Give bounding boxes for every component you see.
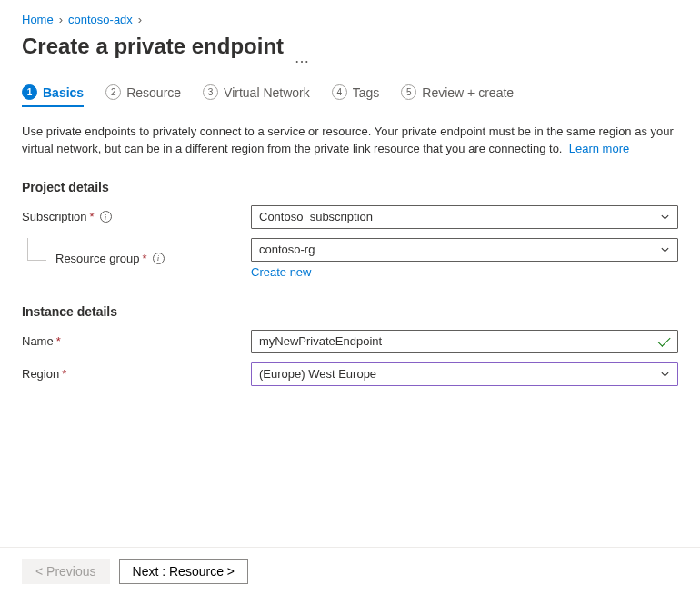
learn-more-link[interactable]: Learn more bbox=[569, 142, 629, 155]
wizard-footer: < Previous Next : Resource > bbox=[0, 547, 700, 595]
next-button[interactable]: Next : Resource > bbox=[119, 559, 248, 584]
label-resource-group: Resource group * i bbox=[22, 252, 251, 265]
resource-group-select[interactable]: contoso-rg bbox=[251, 238, 678, 262]
input-value: myNewPrivateEndpoint bbox=[259, 334, 382, 348]
step-number: 2 bbox=[105, 84, 121, 100]
page-title: Create a private endpoint bbox=[22, 34, 284, 59]
label-region: Region * bbox=[22, 367, 251, 381]
tab-review-create[interactable]: 5 Review + create bbox=[401, 84, 514, 107]
intro-text: Use private endpoints to privately conne… bbox=[22, 124, 676, 158]
chevron-right-icon: › bbox=[59, 13, 63, 26]
tab-virtual-network[interactable]: 3 Virtual Network bbox=[203, 84, 310, 107]
tab-label: Tags bbox=[353, 85, 380, 100]
label-subscription: Subscription * i bbox=[22, 210, 251, 223]
section-header: Project details bbox=[22, 180, 678, 194]
tab-resource[interactable]: 2 Resource bbox=[105, 84, 181, 107]
name-input[interactable]: myNewPrivateEndpoint bbox=[251, 330, 678, 353]
tab-label: Resource bbox=[126, 85, 181, 100]
subscription-select[interactable]: Contoso_subscription bbox=[251, 205, 678, 229]
step-number: 4 bbox=[332, 84, 347, 100]
more-actions-icon[interactable]: ⋯ bbox=[295, 49, 309, 70]
chevron-down-icon bbox=[660, 212, 670, 222]
required-marker: * bbox=[90, 210, 95, 223]
section-header: Instance details bbox=[22, 304, 678, 319]
tab-label: Basics bbox=[43, 85, 84, 100]
select-value: contoso-rg bbox=[259, 243, 315, 256]
tab-label: Virtual Network bbox=[224, 85, 310, 100]
breadcrumb-home[interactable]: Home bbox=[22, 13, 54, 26]
required-marker: * bbox=[62, 367, 66, 381]
tab-label: Review + create bbox=[422, 85, 514, 100]
section-project-details: Project details Subscription * i Contoso… bbox=[22, 180, 678, 279]
tab-basics[interactable]: 1 Basics bbox=[22, 84, 84, 107]
info-icon[interactable]: i bbox=[100, 211, 112, 223]
step-number: 1 bbox=[22, 84, 37, 100]
required-marker: * bbox=[143, 252, 147, 265]
breadcrumb-item[interactable]: contoso-adx bbox=[68, 13, 133, 26]
chevron-down-icon bbox=[660, 369, 670, 379]
select-value: (Europe) West Europe bbox=[259, 367, 376, 381]
section-instance-details: Instance details Name * myNewPrivateEndp… bbox=[22, 304, 678, 386]
step-number: 3 bbox=[203, 84, 218, 100]
info-icon[interactable]: i bbox=[153, 253, 165, 264]
label-name: Name * bbox=[22, 334, 251, 348]
select-value: Contoso_subscription bbox=[259, 210, 373, 223]
previous-button: < Previous bbox=[22, 559, 110, 584]
region-select[interactable]: (Europe) West Europe bbox=[251, 362, 678, 386]
tab-tags[interactable]: 4 Tags bbox=[332, 84, 380, 107]
step-number: 5 bbox=[401, 84, 416, 100]
breadcrumb: Home › contoso-adx › bbox=[22, 13, 678, 26]
chevron-right-icon: › bbox=[138, 13, 142, 26]
chevron-down-icon bbox=[660, 244, 670, 254]
wizard-tabs: 1 Basics 2 Resource 3 Virtual Network 4 … bbox=[22, 84, 678, 107]
create-new-link[interactable]: Create new bbox=[251, 265, 311, 279]
required-marker: * bbox=[56, 334, 61, 348]
